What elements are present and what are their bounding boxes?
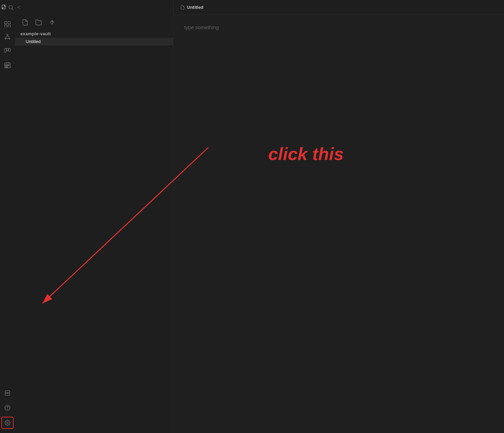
svg-rect-17 <box>8 48 10 52</box>
calendar-icon[interactable] <box>1 59 14 71</box>
collapse-sidebar-button[interactable]: < <box>15 0 23 15</box>
annotation-text: click this <box>268 144 344 164</box>
annotation-arrow <box>173 15 504 433</box>
new-note-button[interactable] <box>20 18 30 27</box>
activity-bar <box>0 0 15 433</box>
svg-rect-6 <box>8 21 10 24</box>
graph-icon[interactable] <box>1 31 14 43</box>
svg-rect-26 <box>7 66 8 67</box>
search-icon[interactable] <box>8 1 14 14</box>
svg-rect-25 <box>5 66 6 67</box>
kanban-icon[interactable] <box>1 45 14 57</box>
svg-line-12 <box>5 35 7 38</box>
editor-tab-bar: Untitled <box>173 0 504 15</box>
file-explorer-toolbar <box>15 15 173 30</box>
svg-rect-16 <box>7 48 8 51</box>
svg-rect-24 <box>8 65 9 66</box>
svg-rect-23 <box>7 65 8 66</box>
svg-point-28 <box>7 392 8 394</box>
vault-icon[interactable] <box>1 18 14 30</box>
svg-point-11 <box>9 38 10 39</box>
publish-icon[interactable] <box>1 387 14 399</box>
file-list: Untitled <box>15 38 173 45</box>
activity-bar-bottom <box>0 387 15 433</box>
svg-point-32 <box>7 409 8 410</box>
file-item[interactable]: Untitled <box>15 38 173 45</box>
help-icon[interactable] <box>1 402 14 414</box>
editor-tab-title: Untitled <box>187 5 203 10</box>
svg-point-10 <box>5 38 6 39</box>
svg-rect-22 <box>5 65 6 66</box>
file-explorer-panel: < example-vault Untitled <box>15 0 173 433</box>
sort-button[interactable] <box>47 18 57 27</box>
annotation-overlay: click this <box>173 15 504 433</box>
new-folder-button[interactable] <box>34 18 43 27</box>
svg-rect-7 <box>5 25 7 27</box>
editor-tab-untitled[interactable]: Untitled <box>177 3 206 11</box>
editor-placeholder: type something <box>184 24 493 30</box>
vault-name: example-vault <box>15 30 173 38</box>
svg-rect-5 <box>5 21 7 24</box>
svg-point-9 <box>7 34 8 35</box>
svg-line-4 <box>12 8 13 10</box>
svg-rect-8 <box>8 25 10 27</box>
svg-line-13 <box>7 35 9 38</box>
editor-area: Untitled type something click this <box>173 0 504 433</box>
svg-rect-15 <box>5 48 6 53</box>
activity-bar-top-icons <box>0 0 15 15</box>
editor-content[interactable]: type something click this <box>173 15 504 433</box>
settings-icon[interactable] <box>1 417 14 429</box>
files-icon[interactable] <box>1 1 7 14</box>
svg-point-3 <box>9 5 13 9</box>
svg-point-33 <box>7 422 8 424</box>
